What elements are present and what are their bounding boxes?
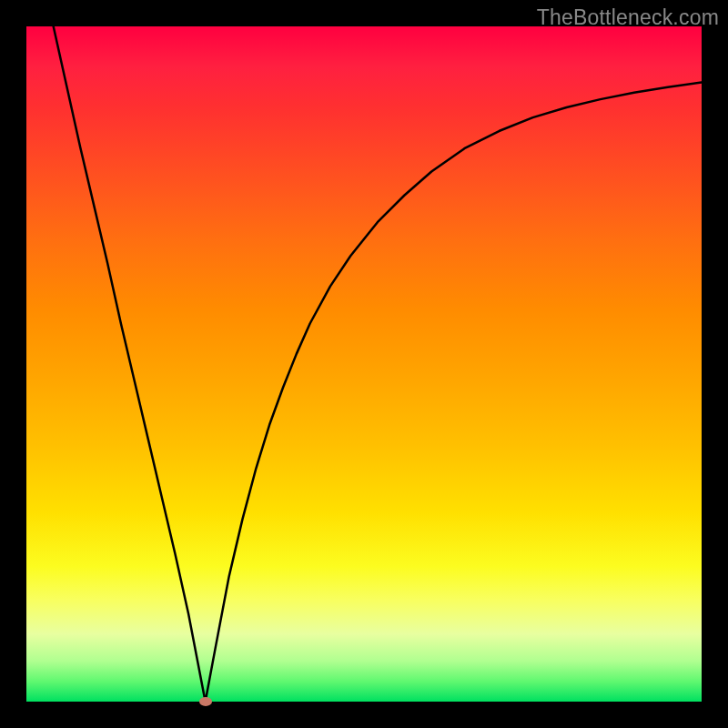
minimum-marker <box>199 697 212 706</box>
chart-frame: TheBottleneck.com <box>0 0 728 728</box>
chart-curve <box>26 26 702 702</box>
watermark: TheBottleneck.com <box>537 5 719 30</box>
